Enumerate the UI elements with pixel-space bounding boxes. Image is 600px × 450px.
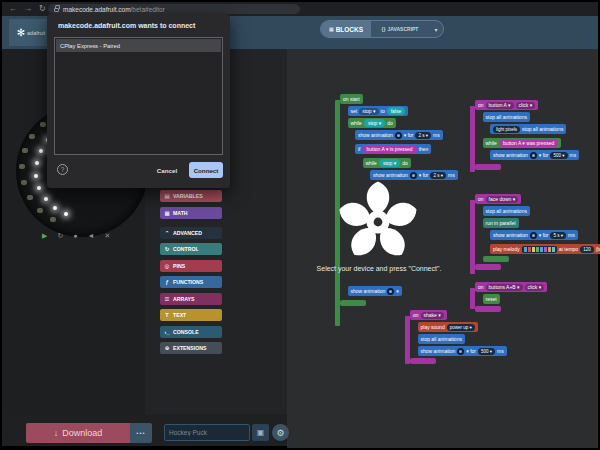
block-text: do — [387, 120, 393, 126]
block-row[interactable] — [475, 164, 501, 170]
block-text: set — [351, 108, 358, 114]
block-text: ▾ for — [404, 132, 414, 138]
block-row[interactable]: onface down ▾ — [475, 194, 521, 204]
block-dropdown[interactable]: shake ▾ — [421, 312, 444, 319]
save-button[interactable]: ▣ — [252, 424, 269, 441]
block-row[interactable]: play soundpower up ▾ — [418, 322, 478, 332]
block-dropdown[interactable]: click ▾ — [525, 284, 545, 291]
block-field[interactable]: 5 s ▾ — [550, 232, 566, 239]
animation-preview-icon — [387, 288, 394, 295]
on-face-down-stack[interactable]: onface down ▾stop all animationsrun in p… — [470, 192, 600, 270]
block-row[interactable] — [410, 358, 436, 364]
block-row[interactable]: whilestop ▾do — [363, 158, 411, 168]
block-row[interactable]: light pixelsstop all animations — [490, 124, 566, 134]
block-text: then — [419, 146, 429, 152]
download-label: Download — [62, 428, 102, 438]
block-text: on — [413, 312, 419, 318]
block-row[interactable]: run in parallel — [483, 218, 519, 228]
block-text: ▾ — [396, 288, 399, 294]
on-shake-stack[interactable]: onshake ▾play soundpower up ▾stop all an… — [405, 308, 507, 364]
block-text: on — [478, 284, 484, 290]
block-field[interactable]: light pixels — [493, 126, 520, 133]
block-text: ms — [497, 348, 504, 354]
device-list-item[interactable]: CPlay Express - Paired — [56, 39, 221, 52]
block-field[interactable]: power up ▾ — [447, 324, 475, 331]
cancel-button[interactable]: Cancel — [149, 163, 185, 178]
block-row[interactable]: show animation▾ for5 s ▾ms — [490, 230, 578, 240]
block-dropdown[interactable]: face down ▾ — [486, 196, 519, 203]
animation-preview-icon — [395, 132, 402, 139]
block-text: stop all animations — [421, 336, 462, 342]
block-text: on — [478, 102, 484, 108]
block-text: ▾ for — [466, 348, 476, 354]
download-icon: ↓ — [54, 428, 59, 438]
block-text: ms — [433, 132, 440, 138]
block-text: on — [478, 196, 484, 202]
melody-preview — [522, 246, 557, 253]
block-row[interactable]: stop all animations — [483, 112, 530, 122]
block-row[interactable]: whilebutton A ▾ was pressed — [483, 138, 562, 148]
block-dropdown[interactable]: button A ▾ — [486, 102, 514, 109]
block-spine — [405, 316, 410, 364]
block-dropdown[interactable]: buttons A+B ▾ — [486, 284, 523, 291]
block-text: ▾ for — [539, 232, 549, 238]
block-row[interactable] — [340, 300, 366, 306]
block-text: (bpm) — [596, 246, 600, 252]
block-row[interactable]: onbuttons A+B ▾click ▾ — [475, 282, 547, 292]
block-row[interactable] — [483, 256, 509, 262]
block-spine — [470, 106, 475, 172]
block-text: show animation — [351, 288, 386, 294]
block-text: stop all animations — [486, 208, 527, 214]
block-text: play melody — [493, 246, 520, 252]
block-text: reset — [486, 296, 497, 302]
block-field[interactable]: 120 — [580, 246, 594, 253]
more-options-button[interactable]: ••• — [130, 423, 152, 443]
block-field[interactable]: 500 ▾ — [478, 348, 495, 355]
block-row[interactable]: show animation▾ — [348, 286, 402, 296]
block-row[interactable]: show animation▾ for500 ▾ms — [418, 346, 507, 356]
block-value-pill: button A ▾ was pressed — [499, 139, 558, 147]
bottom-bar: ↓ Download ••• ▣ ⚙ — [2, 414, 287, 446]
block-dropdown[interactable]: click ▾ — [516, 102, 536, 109]
block-row[interactable]: reset — [483, 294, 500, 304]
block-text: show animation — [493, 152, 528, 158]
connect-button[interactable]: Connect — [189, 162, 223, 178]
block-field[interactable]: 2 s ▾ — [430, 172, 446, 179]
block-spine — [470, 200, 475, 274]
block-row[interactable]: show animation▾ for2 s ▾ms — [355, 130, 443, 140]
block-field[interactable]: 500 ▾ — [550, 152, 567, 159]
block-value-pill: button A ▾ is pressed — [363, 145, 417, 153]
adafruit-flower-logo — [334, 178, 422, 266]
block-row[interactable]: stop all animations — [418, 334, 465, 344]
project-name-input[interactable] — [164, 424, 250, 441]
block-row[interactable]: play melodyat tempo120(bpm) — [490, 244, 600, 254]
block-row[interactable]: show animation▾ for500 ▾ms — [490, 150, 579, 160]
screen: ← → ↻ makecode.adafruit.com/beta#editor … — [0, 0, 600, 450]
block-row[interactable]: onbutton A ▾click ▾ — [475, 100, 538, 110]
download-button[interactable]: ↓ Download — [26, 423, 130, 443]
block-value-pill: stop ▾ — [364, 119, 385, 127]
block-text: to — [381, 108, 385, 114]
block-row[interactable]: setstop ▾tofalse — [348, 106, 409, 116]
animation-preview-icon — [457, 348, 464, 355]
block-row[interactable]: stop all animations — [483, 206, 530, 216]
block-field[interactable]: 2 s ▾ — [415, 132, 431, 139]
block-row[interactable]: on start — [340, 94, 363, 104]
block-row[interactable] — [475, 264, 501, 270]
block-spine — [470, 288, 475, 309]
animation-preview-icon — [530, 232, 537, 239]
block-row[interactable]: ifbutton A ▾ is pressedthen — [355, 144, 431, 154]
block-text: show animation — [421, 348, 456, 354]
settings-button[interactable]: ⚙ — [272, 424, 289, 441]
block-text: ▾ for — [539, 152, 549, 158]
block-text: while — [366, 160, 377, 166]
block-dropdown[interactable]: stop ▾ — [359, 108, 378, 115]
block-text: on start — [343, 96, 360, 102]
dialog-title: makecode.adafruit.com wants to connect — [58, 22, 195, 29]
block-text: show animation — [493, 232, 528, 238]
block-row[interactable]: whilestop ▾do — [348, 118, 396, 128]
block-row[interactable]: onshake ▾ — [410, 310, 447, 320]
help-icon[interactable]: ? — [57, 164, 68, 175]
animation-preview-icon — [530, 152, 537, 159]
on-button-a-stack[interactable]: onbutton A ▾click ▾stop all animationsli… — [470, 98, 579, 170]
